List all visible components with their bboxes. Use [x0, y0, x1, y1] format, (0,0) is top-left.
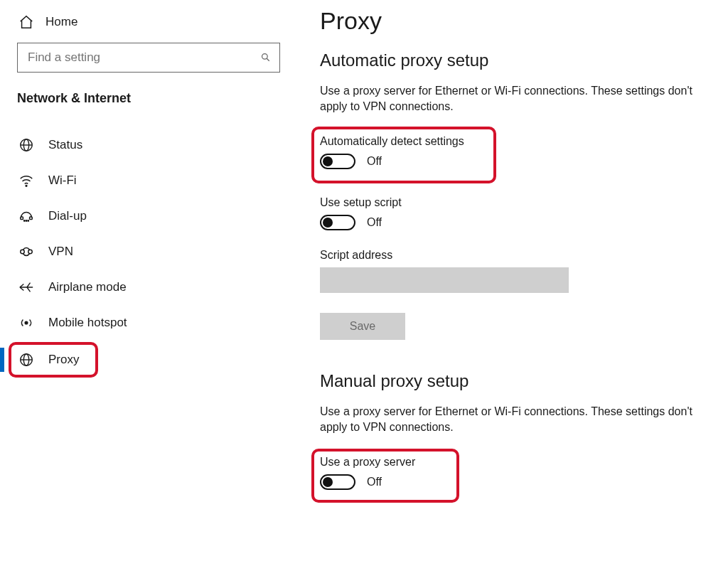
sidebar-item-wifi[interactable]: Wi-Fi — [14, 163, 291, 198]
save-button: Save — [320, 313, 405, 340]
svg-rect-6 — [21, 217, 23, 220]
sidebar-item-proxy[interactable]: Proxy — [14, 342, 291, 378]
svg-point-10 — [28, 220, 28, 221]
svg-point-13 — [25, 321, 28, 324]
sidebar-item-hotspot[interactable]: Mobile hotspot — [14, 305, 291, 341]
sidebar-item-label: Mobile hotspot — [48, 316, 127, 330]
sidebar-item-label: VPN — [48, 245, 73, 259]
use-proxy-label: Use a proxy server — [320, 456, 721, 469]
auto-detect-group: Automatically detect settings Off — [320, 131, 721, 192]
section-desc-auto: Use a proxy server for Ethernet or Wi-Fi… — [320, 83, 718, 115]
sidebar-category-title: Network & Internet — [17, 91, 291, 106]
svg-point-5 — [26, 185, 27, 186]
script-address-label: Script address — [320, 249, 721, 262]
search-input[interactable] — [26, 50, 260, 65]
use-proxy-state: Off — [367, 476, 382, 488]
section-title-manual: Manual proxy setup — [320, 371, 721, 391]
sidebar-item-vpn[interactable]: VPN — [14, 234, 291, 269]
search-icon — [260, 52, 271, 63]
use-script-toggle[interactable] — [320, 215, 355, 230]
auto-detect-state: Off — [367, 155, 382, 168]
settings-main: Proxy Automatic proxy setup Use a proxy … — [291, 0, 728, 561]
sidebar-item-dialup[interactable]: Dial-up — [14, 198, 291, 234]
sidebar-item-label: Proxy — [48, 353, 79, 367]
sidebar-item-label: Wi-Fi — [48, 173, 77, 188]
script-address-input — [320, 267, 569, 293]
vpn-icon — [18, 244, 34, 260]
svg-point-12 — [28, 250, 33, 254]
dialup-icon — [18, 208, 34, 224]
home-icon — [18, 14, 34, 30]
svg-rect-7 — [30, 217, 33, 220]
svg-point-9 — [26, 220, 26, 221]
use-proxy-group: Use a proxy server Off — [320, 452, 721, 501]
use-script-label: Use setup script — [320, 196, 721, 209]
sidebar-item-label: Dial-up — [48, 209, 87, 223]
globe-icon — [18, 352, 34, 368]
page-title: Proxy — [320, 7, 721, 35]
settings-search[interactable] — [17, 43, 280, 73]
use-proxy-toggle[interactable] — [320, 474, 355, 490]
globe-icon — [18, 137, 34, 153]
svg-point-8 — [24, 220, 25, 221]
sidebar-item-label: Status — [48, 138, 82, 152]
sidebar-item-status[interactable]: Status — [14, 127, 291, 163]
svg-point-0 — [262, 54, 267, 60]
settings-sidebar: Home Network & Internet Status Wi-Fi Dia… — [0, 0, 291, 561]
sidebar-home-label: Home — [46, 15, 77, 29]
svg-line-1 — [267, 58, 269, 61]
section-desc-manual: Use a proxy server for Ethernet or Wi-Fi… — [320, 404, 718, 436]
svg-point-11 — [21, 250, 25, 254]
sidebar-item-label: Airplane mode — [48, 280, 127, 294]
sidebar-item-airplane[interactable]: Airplane mode — [14, 269, 291, 305]
section-title-auto: Automatic proxy setup — [320, 50, 721, 70]
auto-detect-label: Automatically detect settings — [320, 135, 721, 148]
use-script-state: Off — [367, 216, 382, 229]
sidebar-home[interactable]: Home — [14, 11, 291, 43]
auto-detect-toggle[interactable] — [320, 154, 355, 169]
hotspot-icon — [18, 315, 34, 331]
wifi-icon — [18, 173, 34, 188]
airplane-icon — [18, 279, 34, 295]
